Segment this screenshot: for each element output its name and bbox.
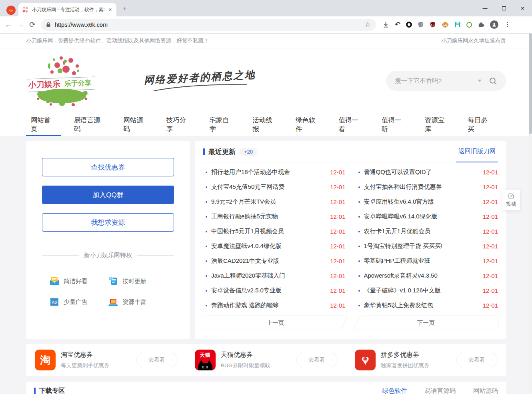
nav-item-worth-listening[interactable]: 值得一听	[377, 113, 412, 136]
list-item[interactable]: Apowersoft录音精灵v4.3.5012-01	[356, 268, 498, 283]
download-icon[interactable]	[382, 21, 389, 28]
browser-profile-icon[interactable]: ∞	[6, 6, 16, 15]
list-item[interactable]: 9.9元=2个月芒果TV会员12-01	[203, 194, 346, 209]
sidebar-card: 查找优惠券 加入QQ群 我想求资源 新小刀娱乐网特权 简洁好看 按时更新	[26, 141, 190, 339]
search-icon[interactable]	[489, 77, 497, 85]
list-item[interactable]: 奔跑动作游戏 逃跑的蟾蜍12-01	[203, 298, 346, 313]
shield-extension-icon[interactable]	[418, 21, 424, 28]
list-item[interactable]: 招行老用户18个活动必中现金12-01	[203, 165, 346, 180]
bullet-icon	[358, 201, 360, 203]
coupon-name: 淘宝优惠券	[61, 351, 110, 359]
tampermonkey-icon[interactable]	[442, 21, 449, 28]
tab-close-icon[interactable]: ✕	[108, 6, 113, 13]
feature-label: 少量广告	[64, 298, 88, 306]
nav-item-yuyan-source[interactable]: 易语言源码	[69, 113, 111, 136]
updates-count-badge: +20	[240, 148, 257, 156]
nav-item-worth-watching[interactable]: 值得一看	[334, 113, 369, 136]
submit-post-button[interactable]: 投稿	[502, 190, 520, 210]
bullet-icon	[206, 216, 207, 218]
download-tab-green-software[interactable]: 绿色软件	[382, 387, 407, 394]
save-extension-icon[interactable]	[454, 21, 461, 28]
tmall-go-button[interactable]: 去看看	[296, 353, 337, 367]
list-item[interactable]: 零基础PHP工程师就业班12-01	[356, 254, 498, 268]
list-item[interactable]: Java工程师2020零基础入门12-01	[203, 268, 346, 283]
bullet-icon	[206, 201, 207, 203]
back-button[interactable]: ←	[2, 20, 14, 29]
forward-button[interactable]: →	[14, 20, 26, 29]
nav-item-tips[interactable]: 技巧分享	[162, 113, 197, 136]
title-accent-bar	[34, 388, 36, 394]
list-item[interactable]: 安卓设备信息v2.5.0专业版12-01	[203, 283, 346, 298]
nav-item-site-source[interactable]: 网站源码	[118, 113, 154, 136]
list-item[interactable]: 工商银行融e购抽5元实物12-01	[203, 209, 346, 224]
nav-item-selfstudy[interactable]: 宅家自学	[204, 113, 240, 136]
old-version-link[interactable]: 返回旧版刀网	[456, 141, 498, 162]
search-category-caret-icon[interactable]	[478, 80, 482, 82]
site-header: 小刀娱乐 乐于分享 网络爱好者的栖息之地	[0, 48, 532, 113]
privilege-divider: 新小刀娱乐网特权	[42, 252, 174, 259]
prev-page-button[interactable]: 上一页	[203, 316, 348, 330]
browser-menu-icon[interactable]: ⋮	[504, 21, 510, 28]
list-item[interactable]: 1号淘宝特别整理干货 买买买!12-01	[356, 239, 498, 254]
site-logo[interactable]: 小刀娱乐 乐于分享	[26, 54, 106, 108]
pagination: 上一页 下一页	[203, 316, 498, 330]
nav-item-resource-treasury[interactable]: 资源宝库	[420, 113, 455, 136]
search-box	[386, 71, 506, 91]
list-item[interactable]: 豪华黄钻5以上免费发红包12-01	[356, 298, 498, 313]
join-qq-group-button[interactable]: 加入QQ群	[42, 186, 174, 204]
download-tab-site-source[interactable]: 网站源码	[473, 387, 498, 394]
taobao-icon: 淘	[35, 350, 56, 370]
list-item[interactable]: 安卓哔哩哔哩v6.14.0绿化版12-01	[356, 209, 498, 224]
list-item[interactable]: 浩辰CAD2021中文专业版12-01	[203, 254, 346, 268]
list-item[interactable]: 安卓魔法壁纸v4.0.4绿化版12-01	[203, 239, 346, 254]
list-item[interactable]: 安卓应用转生v6.4.0官方版12-01	[356, 194, 498, 209]
page-scrollbar[interactable]	[529, 34, 532, 394]
list-item[interactable]: 普通QQ也可以设置QID了12-01	[356, 165, 498, 180]
address-bar[interactable]: https://www.x6k.com ☆	[41, 19, 376, 31]
extensions-puzzle-icon[interactable]	[478, 21, 484, 28]
search-input[interactable]	[395, 77, 478, 84]
tmall-icon: 天猫 0.0	[195, 350, 216, 370]
ublock-icon[interactable]	[430, 21, 436, 28]
list-item[interactable]: 农行卡1元开1月优酷会员12-01	[356, 224, 498, 239]
url-text[interactable]: https://www.x6k.com	[55, 22, 361, 28]
list-item[interactable]: 《量子破碎》v1.0.126中文版12-01	[356, 283, 498, 298]
download-tab-yuyan-source[interactable]: 易语言源码	[425, 387, 456, 394]
new-tab-button[interactable]: ＋	[122, 5, 128, 13]
profile-avatar-icon[interactable]	[490, 20, 498, 29]
close-button[interactable]: ✕	[513, 0, 532, 16]
bullet-icon	[206, 186, 207, 188]
bookmark-star-icon[interactable]: ☆	[365, 21, 371, 28]
maximize-button[interactable]	[494, 0, 513, 16]
feature-label: 资源丰富	[122, 298, 146, 306]
site-slogan: 网络爱好者的栖息之地	[144, 68, 256, 94]
nav-item-daily-buy[interactable]: 每日必买	[463, 113, 498, 136]
find-coupon-button[interactable]: 查找优惠券	[42, 158, 174, 176]
next-page-button[interactable]: 下一页	[354, 316, 498, 330]
bullet-icon	[206, 290, 207, 292]
download-tabs: 绿色软件 易语言源码 网站源码	[382, 387, 498, 394]
bullet-icon	[358, 305, 360, 306]
list-item[interactable]: 支付宝45充值50元三网话费12-01	[203, 180, 346, 194]
taobao-coupon: 淘 淘宝优惠券 每天更新剁手优惠券 去看看	[26, 350, 186, 370]
minimize-button[interactable]: —	[476, 0, 494, 16]
undo-extension-icon[interactable]: ↶	[395, 21, 400, 28]
mail-icon	[49, 276, 60, 286]
sync-extension-icon[interactable]	[466, 22, 472, 28]
darkmode-extension-icon[interactable]	[406, 22, 412, 28]
download-section: 下载专区 绿色软件 易语言源码 网站源码	[26, 382, 506, 394]
list-item[interactable]: 中国银行5元开1月视频会员12-01	[203, 224, 346, 239]
scrollbar-thumb[interactable]	[529, 34, 532, 134]
browser-tab[interactable]: 小刀娱乐 小刀娱乐网 - 专注活动，软件，素材 ✕	[18, 3, 116, 16]
nav-item-activities[interactable]: 活动线报	[248, 113, 283, 136]
nav-item-home[interactable]: 网站首页	[26, 113, 61, 136]
pinduoduo-go-button[interactable]: 去看看	[456, 353, 497, 367]
nav-item-green-software[interactable]: 绿色软件	[291, 113, 326, 136]
permanent-address-link[interactable]: 小刀娱乐网永久地址发布页	[441, 37, 506, 44]
coupon-desc: 每天更新剁手优惠券	[61, 362, 110, 369]
download-section-title: 下载专区	[39, 387, 65, 394]
reload-button[interactable]: ⟳	[26, 20, 38, 29]
request-resource-button[interactable]: 我想求资源	[42, 213, 174, 232]
taobao-go-button[interactable]: 去看看	[136, 353, 177, 367]
list-item[interactable]: 支付宝抽各种出行消费优惠券12-01	[356, 180, 498, 194]
